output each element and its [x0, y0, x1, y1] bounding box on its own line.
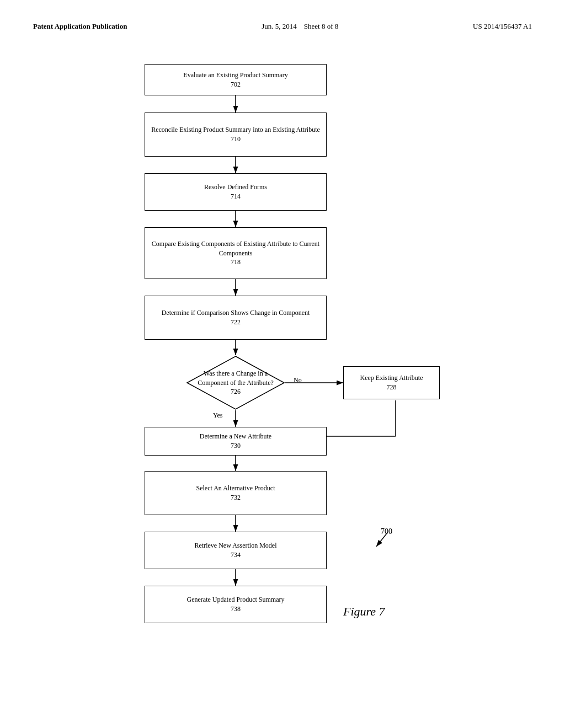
no-label: No: [294, 376, 302, 384]
header-center: Jun. 5, 2014 Sheet 8 of 8: [262, 22, 338, 31]
box-718: Compare Existing Components of Existing …: [145, 227, 327, 279]
yes-label: Yes: [213, 411, 222, 420]
box-732: Select An Alternative Product 732: [145, 471, 327, 515]
box-734: Retrieve New Assertion Model 734: [145, 532, 327, 569]
box-728: Keep Existing Attribute 728: [343, 366, 440, 399]
figure-label: Figure 7: [343, 604, 385, 619]
box-702: Evaluate an Existing Product Summary 702: [145, 64, 327, 95]
page: Patent Application Publication Jun. 5, 2…: [0, 0, 565, 728]
header-date: Jun. 5, 2014: [262, 22, 297, 30]
page-header: Patent Application Publication Jun. 5, 2…: [33, 22, 532, 31]
box-710: Reconcile Existing Product Summary into …: [145, 113, 327, 157]
header-left: Patent Application Publication: [33, 22, 127, 31]
diamond-726: Was there a Change in a Component of the…: [186, 355, 285, 410]
diagram-area: Evaluate an Existing Product Summary 702…: [33, 47, 532, 682]
box-738: Generate Updated Product Summary 738: [145, 586, 327, 623]
box-722: Determine if Comparison Shows Change in …: [145, 296, 327, 340]
header-sheet: Sheet 8 of 8: [304, 22, 338, 30]
diamond-726-label: Was there a Change in a Component of the…: [189, 369, 282, 388]
ref-700: 700: [360, 527, 404, 557]
box-714: Resolve Defined Forms 714: [145, 173, 327, 211]
diamond-726-num: 726: [189, 387, 282, 397]
header-right: US 2014/156437 A1: [473, 22, 532, 31]
box-730: Determine a New Attribute 730: [145, 427, 327, 456]
flowchart: Evaluate an Existing Product Summary 702…: [89, 47, 476, 682]
